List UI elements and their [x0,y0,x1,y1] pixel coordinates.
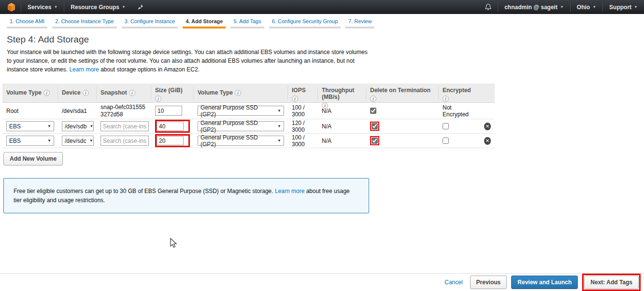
chevron-down-icon: ▼ [277,124,281,128]
sdc-delete-on-termination-checkbox[interactable] [372,138,378,144]
sdb-volume-type-select[interactable]: EBS▼ [6,121,54,131]
info-icon[interactable]: i [443,96,449,102]
table-header-row: Volume Typei Devicei Snapshoti Size (GiB… [2,83,495,103]
tab-review[interactable]: 7. Review [345,18,374,28]
header-throughput: Throughput (MB/s)i [318,87,366,99]
chevron-down-icon: ▼ [122,5,126,9]
support-menu[interactable]: Support ▼ [603,0,644,14]
sdb-encrypted-checkbox[interactable] [443,123,449,129]
sdc-size-input[interactable] [157,136,184,145]
chevron-down-icon: ▼ [89,124,93,128]
red-highlight-box [155,134,190,147]
chevron-down-icon: ▼ [277,139,281,143]
red-highlight-box: Next: Add Tags [582,274,641,291]
chevron-down-icon: ▼ [47,139,51,143]
account-menu[interactable]: chnadmin @ sageit ▼ [498,0,570,14]
previous-button[interactable]: Previous [470,276,507,289]
sdc-volume-type-select-2[interactable]: General Purpose SSD (GP2)▼ [198,136,284,146]
header-iops: IOPSi [288,87,318,99]
red-highlight-box [370,122,379,131]
next-add-tags-button[interactable]: Next: Add Tags [584,276,639,289]
tab-add-storage[interactable]: 4. Add Storage [183,18,226,28]
root-volume-type: Root [2,108,58,114]
table-row-ebs-sdc: EBS▼ /dev/sdc▼ General Purpose SSD (GP2)… [2,134,495,148]
header-encrypted: Encryptedi [439,87,480,99]
red-highlight-box [370,136,379,145]
sdc-snapshot-search-input[interactable] [100,136,149,146]
sdc-remove-volume-icon[interactable]: ✕ [484,137,491,145]
sdb-throughput: N/A [318,123,366,130]
chevron-down-icon: ▼ [592,5,596,9]
sdb-device-select[interactable]: /dev/sdb▼ [62,121,94,131]
info-icon[interactable]: i [43,90,50,96]
header-delete-on-termination: Delete on Terminationi [366,87,439,99]
tab-configure-security-group[interactable]: 6. Configure Security Group [269,18,341,28]
red-highlight-box [155,120,190,133]
add-new-volume-button[interactable]: Add New Volume [3,152,63,166]
info-icon[interactable]: i [292,96,298,102]
wizard-footer: Cancel Previous Review and Launch Next: … [0,273,644,291]
chevron-down-icon: ▼ [277,109,281,113]
tab-add-tags[interactable]: 5. Add Tags [230,18,264,28]
header-actions [480,87,495,99]
root-size-input[interactable] [155,106,182,116]
storage-volumes-table: Volume Typei Devicei Snapshoti Size (GiB… [2,83,495,148]
chevron-down-icon: ▼ [47,124,51,128]
services-label: Services [28,4,51,11]
sdb-snapshot-search-input[interactable] [100,121,149,131]
chevron-down-icon: ▼ [54,5,57,9]
sdb-iops: 120 / 3000 [288,120,318,133]
tab-configure-instance[interactable]: 3. Configure Instance [122,18,178,28]
sdb-volume-type-select-2[interactable]: General Purpose SSD (GP2)▼ [198,121,284,131]
root-iops: 100 / 3000 [288,104,318,118]
region-label: Ohio [577,4,590,11]
root-device: /dev/sda1 [58,108,97,114]
table-row-ebs-sdb: EBS▼ /dev/sdb▼ General Purpose SSD (GP2)… [2,119,495,134]
header-size: Size (GiB)i [151,87,194,99]
sdb-delete-on-termination-checkbox[interactable] [372,123,378,129]
support-label: Support [609,4,631,11]
pin-icon[interactable] [132,0,150,14]
description-text: about storage options in Amazon EC2. [100,66,200,73]
cancel-link[interactable]: Cancel [444,279,462,286]
sdc-volume-type-select[interactable]: EBS▼ [6,136,54,146]
wizard-step-tabs: 1. Choose AMI 2. Choose Instance Type 3.… [0,14,644,28]
info-icon[interactable]: i [155,96,161,102]
root-volume-type-select[interactable]: General Purpose SSD (GP2)▼ [198,106,284,116]
top-navbar: Services ▼ Resource Groups ▼ chnadmin @ … [0,0,644,14]
page-title: Step 4: Add Storage [7,34,637,45]
chevron-down-icon: ▼ [634,5,638,9]
info-icon[interactable]: i [129,90,135,96]
sdb-remove-volume-icon[interactable]: ✕ [484,123,491,130]
region-menu[interactable]: Ohio ▼ [571,0,602,14]
tab-choose-ami[interactable]: 1. Choose AMI [7,18,47,28]
tab-choose-instance-type[interactable]: 2. Choose Instance Type [52,18,117,28]
sdc-iops: 100 / 3000 [288,134,318,148]
resource-groups-label: Resource Groups [71,4,119,11]
aws-logo-icon[interactable] [0,0,21,14]
header-device: Devicei [58,87,97,99]
account-label: chnadmin @ sageit [504,4,558,11]
bell-icon[interactable] [479,0,498,14]
header-volume-type-2: Volume Typei [194,87,288,99]
services-menu[interactable]: Services ▼ [21,0,64,14]
free-tier-learn-more-link[interactable]: Learn more [275,188,304,194]
root-throughput: N/A [318,108,366,114]
review-and-launch-button[interactable]: Review and Launch [511,276,578,289]
info-icon[interactable]: i [235,90,241,96]
page-description: Your instance will be launched with the … [7,48,373,74]
info-icon[interactable]: i [370,96,376,102]
sdc-device-select[interactable]: /dev/sdc▼ [62,136,94,146]
root-delete-on-termination-checkbox[interactable] [370,108,376,114]
root-snapshot-id: snap-0efc0315553272d58 [100,104,147,118]
sdc-throughput: N/A [318,138,366,144]
chevron-down-icon: ▼ [89,139,93,143]
info-text: Free tier eligible customers can get up … [14,188,273,194]
root-encrypted-label: Not Encrypted [439,104,480,118]
resource-groups-menu[interactable]: Resource Groups ▼ [64,0,132,14]
free-tier-info-box: Free tier eligible customers can get up … [3,178,369,213]
sdc-encrypted-checkbox[interactable] [443,138,449,144]
learn-more-link[interactable]: Learn more [69,66,99,73]
info-icon[interactable]: i [83,90,89,96]
sdb-size-input[interactable] [157,122,184,131]
